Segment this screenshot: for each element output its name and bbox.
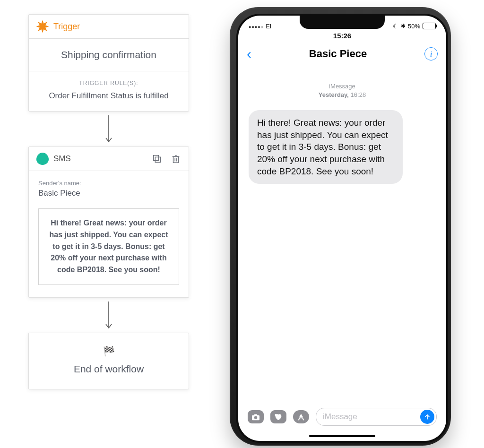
signal-dots-icon — [249, 23, 264, 30]
carrier-label: EI — [266, 23, 271, 30]
svg-marker-0 — [37, 21, 48, 32]
arrow-icon — [28, 112, 189, 146]
phone-notch — [300, 16, 385, 29]
incoming-message-bubble: Hi there! Great news: your order has jus… — [249, 110, 403, 184]
status-bar-left: EI — [249, 23, 271, 30]
back-button[interactable]: ‹ — [247, 47, 251, 61]
status-time: 15:26 — [333, 32, 351, 40]
duplicate-button[interactable] — [152, 154, 162, 164]
end-label: End of workflow — [34, 363, 184, 375]
phone-screen: EI 15:26 ☾ ✱ 50% ‹ Basic Piece i iMessag — [238, 16, 446, 441]
sms-header-actions — [152, 154, 181, 164]
thread-meta-day: Yesterday, — [319, 91, 349, 98]
arrow-icon — [28, 298, 189, 333]
sms-header: SMS — [29, 147, 189, 171]
trigger-card: Trigger Shipping confirmation TRIGGER RU… — [28, 14, 189, 112]
sms-header-label: SMS — [53, 154, 71, 164]
nav-title: Basic Piece — [309, 48, 367, 60]
trigger-rules-label: TRIGGER RULE(S): — [35, 80, 183, 86]
nav-bar: ‹ Basic Piece i — [238, 43, 446, 69]
trigger-rule-text: Order Fulfillment Status is fulfilled — [35, 91, 183, 101]
trigger-title: Shipping confirmation — [29, 39, 189, 71]
sms-card: SMS Sender's name: Basic Piece Hi there!… — [28, 146, 189, 298]
thread-meta: iMessage Yesterday, 16:28 — [238, 69, 446, 107]
trigger-rules: TRIGGER RULE(S): Order Fulfillment Statu… — [29, 71, 189, 111]
status-bar-right: ☾ ✱ 50% — [393, 23, 436, 30]
end-card: 🏁 End of workflow — [28, 333, 189, 389]
battery-icon — [423, 23, 436, 29]
flag-icon: 🏁 — [34, 345, 184, 357]
trigger-header: Trigger — [29, 15, 189, 39]
phone-mockup: EI 15:26 ☾ ✱ 50% ‹ Basic Piece i iMessag — [230, 7, 451, 446]
compose-input[interactable]: iMessage — [316, 408, 437, 426]
battery-pct: 50% — [408, 23, 420, 30]
sms-message-preview: Hi there! Great news: your order has jus… — [38, 208, 179, 285]
svg-rect-2 — [155, 157, 160, 162]
sender-label: Sender's name: — [38, 180, 179, 187]
camera-button[interactable] — [248, 410, 264, 423]
sms-body: Sender's name: Basic Piece Hi there! Gre… — [29, 171, 189, 297]
compose-placeholder: iMessage — [323, 412, 357, 422]
send-button[interactable] — [420, 410, 434, 424]
delete-button[interactable] — [171, 154, 181, 164]
svg-point-10 — [254, 416, 257, 419]
thread-meta-time: 16:28 — [351, 91, 366, 98]
apps-button[interactable] — [293, 410, 309, 423]
bluetooth-icon: ✱ — [401, 23, 406, 29]
svg-rect-3 — [154, 155, 159, 161]
home-indicator[interactable] — [309, 435, 375, 437]
moon-icon: ☾ — [393, 23, 398, 30]
trigger-header-label: Trigger — [53, 22, 80, 32]
phone-bezel: EI 15:26 ☾ ✱ 50% ‹ Basic Piece i iMessag — [236, 14, 448, 443]
messages-area[interactable]: Hi there! Great news: your order has jus… — [238, 107, 446, 401]
sender-name: Basic Piece — [38, 189, 179, 198]
workflow-column: Trigger Shipping confirmation TRIGGER RU… — [28, 14, 189, 389]
svg-rect-4 — [173, 156, 179, 163]
info-button[interactable]: i — [424, 47, 438, 60]
speech-bubble-icon — [36, 153, 49, 165]
sms-header-left: SMS — [36, 153, 71, 165]
burst-icon — [36, 20, 49, 33]
thread-meta-service: iMessage — [238, 82, 446, 91]
digital-touch-button[interactable] — [270, 410, 286, 423]
